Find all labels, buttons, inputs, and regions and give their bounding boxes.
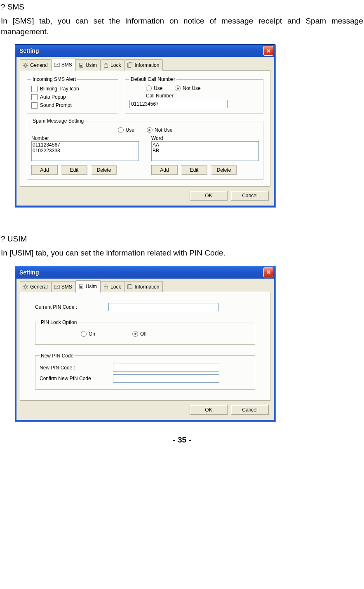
- info-icon: [127, 284, 133, 290]
- titlebar: Setting ✕: [15, 45, 275, 57]
- checkbox-icon: [31, 86, 38, 92]
- list-item[interactable]: AA: [153, 142, 258, 148]
- list-item[interactable]: BB: [153, 148, 258, 154]
- info-icon: [127, 62, 133, 68]
- tab-information[interactable]: Information: [124, 281, 163, 292]
- gear-icon: [23, 284, 28, 290]
- svg-line-22: [24, 288, 25, 289]
- envelope-icon: [54, 62, 60, 68]
- tab-pane-usim: Current PIN Code : PIN Lock Option On: [20, 292, 270, 401]
- window-title: Setting: [19, 269, 263, 276]
- tab-general[interactable]: General: [20, 59, 52, 71]
- radio-icon: [81, 331, 87, 337]
- radio-spam-use[interactable]: Use: [118, 127, 134, 133]
- new-pin-input[interactable]: [113, 364, 219, 372]
- tab-lock[interactable]: Lock: [100, 59, 124, 71]
- checkbox-blinking-tray[interactable]: Blinking Tray Icon: [31, 85, 114, 93]
- checkbox-icon: [31, 102, 38, 109]
- radio-pin-lock-on[interactable]: On: [81, 331, 95, 337]
- checkbox-label: Auto Popup: [40, 94, 66, 100]
- tab-information[interactable]: Information: [124, 59, 163, 71]
- spam-number-label: Number: [31, 135, 139, 141]
- list-item[interactable]: 0102223333: [33, 148, 138, 154]
- group-legend: PIN Lock Option: [40, 319, 78, 325]
- tab-pane-sms: Incoming SMS Alert Blinking Tray Icon Au…: [20, 71, 270, 187]
- ok-button[interactable]: OK: [190, 191, 228, 201]
- svg-rect-27: [104, 286, 108, 289]
- tab-bar: General SMS Usim Lock: [20, 60, 270, 71]
- radio-default-call-not-use[interactable]: Not Use: [175, 85, 200, 91]
- radio-label: Not Use: [155, 127, 172, 133]
- lock-icon: [103, 284, 109, 290]
- tab-lock[interactable]: Lock: [100, 281, 124, 292]
- call-number-input[interactable]: 0111234567: [129, 100, 228, 108]
- svg-line-20: [24, 285, 25, 286]
- edit-number-button[interactable]: Edit: [61, 165, 87, 175]
- group-spam-message-setting: Spam Message Setting Use Not Use: [27, 118, 263, 180]
- call-number-label: Call Number:: [129, 93, 259, 100]
- titlebar: Setting ✕: [15, 266, 275, 279]
- group-pin-lock-option: PIN Lock Option On Off: [35, 319, 255, 345]
- svg-line-21: [27, 288, 28, 289]
- new-pin-label: New PIN Code :: [40, 365, 110, 371]
- svg-point-0: [24, 64, 26, 66]
- window-title: Setting: [19, 47, 263, 54]
- delete-word-button[interactable]: Delete: [211, 165, 237, 175]
- svg-point-15: [24, 286, 26, 288]
- group-legend: Incoming SMS Alert: [31, 76, 77, 82]
- delete-number-button[interactable]: Delete: [91, 165, 117, 175]
- svg-rect-28: [128, 285, 131, 289]
- add-number-button[interactable]: Add: [31, 165, 58, 175]
- close-button[interactable]: ✕: [263, 46, 273, 56]
- confirm-pin-input[interactable]: [113, 374, 219, 383]
- svg-rect-12: [104, 65, 108, 67]
- radio-icon: [175, 85, 181, 91]
- tab-usim[interactable]: Usim: [75, 280, 101, 293]
- group-legend: Default Call Number: [129, 76, 176, 82]
- dialog-footer: OK Cancel: [20, 401, 270, 416]
- list-item[interactable]: 0111234567: [33, 142, 138, 148]
- add-word-button[interactable]: Add: [151, 165, 178, 175]
- tab-label: General: [30, 62, 48, 68]
- spam-word-list[interactable]: AA BB: [151, 141, 259, 161]
- group-default-call-number: Default Call Number Use Not Use: [125, 76, 263, 114]
- radio-label: Not Use: [183, 85, 200, 91]
- radio-label: Use: [154, 85, 162, 91]
- tab-label: Lock: [110, 284, 121, 290]
- tab-label: Lock: [110, 62, 121, 68]
- close-button[interactable]: ✕: [263, 267, 273, 277]
- checkbox-label: Blinking Tray Icon: [40, 86, 79, 92]
- radio-label: Use: [126, 127, 134, 133]
- tab-label: SMS: [61, 62, 72, 68]
- envelope-icon: [54, 284, 60, 290]
- svg-line-23: [27, 285, 28, 286]
- section-body-sms: In [SMS] tab, you can set the informatio…: [0, 16, 364, 44]
- close-icon: ✕: [266, 269, 271, 275]
- svg-rect-14: [129, 63, 132, 67]
- tab-label: Usim: [86, 62, 97, 68]
- tab-general[interactable]: General: [20, 281, 52, 292]
- confirm-pin-label: Confirm New PIN Code :: [40, 376, 110, 381]
- radio-default-call-use[interactable]: Use: [146, 85, 162, 91]
- checkbox-sound-prompt[interactable]: Sound Prompt: [31, 101, 114, 109]
- spam-number-list[interactable]: 0111234567 0102223333: [31, 141, 139, 161]
- radio-icon: [118, 127, 124, 133]
- close-icon: ✕: [266, 48, 271, 54]
- radio-icon: [146, 85, 152, 91]
- svg-line-8: [27, 64, 28, 64]
- cancel-button[interactable]: Cancel: [231, 191, 269, 201]
- cancel-button[interactable]: Cancel: [231, 405, 269, 415]
- radio-icon: [147, 127, 153, 133]
- radio-label: On: [89, 331, 95, 337]
- tab-usim[interactable]: Usim: [75, 59, 101, 71]
- group-new-pin-code: New PIN Code New PIN Code : Confirm New …: [35, 353, 255, 390]
- tab-sms[interactable]: SMS: [51, 281, 76, 292]
- edit-word-button[interactable]: Edit: [181, 165, 207, 175]
- radio-pin-lock-off[interactable]: Off: [132, 331, 147, 337]
- tab-sms[interactable]: SMS: [51, 59, 76, 71]
- radio-label: Off: [140, 331, 147, 337]
- current-pin-input[interactable]: [108, 303, 219, 311]
- ok-button[interactable]: OK: [190, 405, 228, 415]
- checkbox-auto-popup[interactable]: Auto Popup: [31, 93, 114, 101]
- radio-spam-not-use[interactable]: Not Use: [147, 127, 172, 133]
